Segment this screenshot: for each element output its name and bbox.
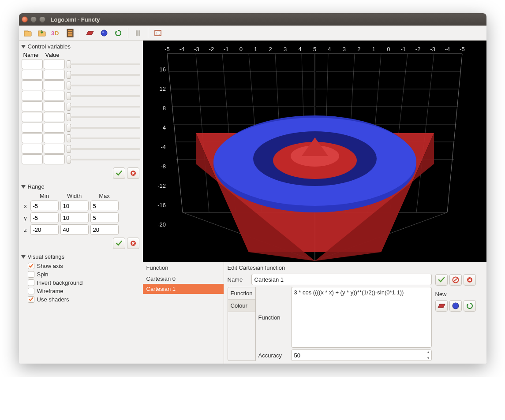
function-list-item[interactable]: Cartesian 0 xyxy=(143,274,224,284)
cv-slider[interactable] xyxy=(66,124,140,132)
range-cancel-button[interactable] xyxy=(127,238,139,249)
checkbox[interactable] xyxy=(28,263,34,269)
edit-panel-title: Edit Cartesian function xyxy=(228,264,432,272)
range-z-min[interactable] xyxy=(30,224,59,235)
accuracy-input[interactable] xyxy=(291,349,432,361)
new-spherical-button[interactable] xyxy=(449,300,462,312)
checkbox[interactable] xyxy=(28,288,34,294)
window-close-button[interactable] xyxy=(22,16,28,22)
cv-value-input[interactable] xyxy=(44,123,65,133)
svg-text:12: 12 xyxy=(159,85,165,92)
cv-value-input[interactable] xyxy=(44,101,65,112)
new-cartesian-button[interactable] xyxy=(435,300,448,312)
export-animation-icon[interactable] xyxy=(64,27,76,39)
cv-name-input[interactable] xyxy=(22,101,43,112)
visual-option[interactable]: Wireframe xyxy=(22,287,140,295)
checkbox[interactable] xyxy=(28,271,34,278)
accuracy-spinner[interactable]: ▴▾ xyxy=(426,350,431,360)
svg-text:-1: -1 xyxy=(224,46,229,52)
edit-apply-button[interactable] xyxy=(435,274,448,286)
cv-name-input[interactable] xyxy=(22,123,43,133)
cv-name-input[interactable] xyxy=(22,144,43,154)
range-z-max[interactable] xyxy=(90,224,119,235)
svg-text:3: 3 xyxy=(342,46,345,52)
range-x-width[interactable] xyxy=(60,201,89,211)
tab-function[interactable]: Function xyxy=(228,287,255,300)
save-icon[interactable] xyxy=(36,27,48,39)
range-y-width[interactable] xyxy=(60,212,89,223)
cv-value-input[interactable] xyxy=(44,112,65,122)
cv-name-input[interactable] xyxy=(22,133,43,143)
cv-slider[interactable] xyxy=(66,60,140,68)
function-name-input[interactable] xyxy=(251,274,432,285)
cv-cancel-button[interactable] xyxy=(127,167,139,179)
cv-slider[interactable] xyxy=(66,82,140,89)
range-x-min[interactable] xyxy=(30,201,59,211)
cv-slider[interactable] xyxy=(66,92,140,100)
cv-value-input[interactable] xyxy=(44,80,65,90)
rotate-icon[interactable] xyxy=(112,27,124,39)
cv-slider[interactable] xyxy=(66,113,140,121)
function-expression-input[interactable] xyxy=(291,287,432,348)
tab-colour[interactable]: Colour xyxy=(228,300,255,312)
cv-name-input[interactable] xyxy=(22,154,43,164)
cv-name-input[interactable] xyxy=(22,70,43,80)
svg-line-80 xyxy=(453,278,458,282)
cv-name-input[interactable] xyxy=(22,80,43,90)
window-minimize-button[interactable] xyxy=(30,16,37,22)
visual-option[interactable]: Use shaders xyxy=(22,295,140,304)
range-z-width[interactable] xyxy=(60,224,89,235)
range-y-max[interactable] xyxy=(90,212,119,223)
cv-slider[interactable] xyxy=(66,71,140,79)
3d-viewport[interactable]: -5-4-3-2-101234543210-1-2-3-4-5 161284-4… xyxy=(143,41,486,262)
cv-value-input[interactable] xyxy=(44,154,65,164)
window-maximize-button[interactable] xyxy=(39,16,45,22)
open-icon[interactable] xyxy=(22,27,34,39)
svg-text:2: 2 xyxy=(269,46,272,52)
cv-name-input[interactable] xyxy=(22,91,43,101)
cv-value-input[interactable] xyxy=(44,70,65,80)
cv-name-input[interactable] xyxy=(22,112,43,122)
visual-settings-header[interactable]: Visual settings xyxy=(22,253,140,261)
sphere-icon[interactable] xyxy=(98,27,110,39)
cv-slider[interactable] xyxy=(66,134,140,142)
checkbox[interactable] xyxy=(28,279,34,286)
cv-value-input[interactable] xyxy=(44,144,65,154)
cv-row xyxy=(22,80,140,90)
cv-row xyxy=(22,133,140,143)
cv-name-input[interactable] xyxy=(22,59,43,69)
cv-slider[interactable] xyxy=(66,145,140,153)
edit-no-entry-button[interactable] xyxy=(449,274,462,286)
visual-option[interactable]: Invert background xyxy=(22,279,140,287)
cv-value-input[interactable] xyxy=(44,133,65,143)
cv-row xyxy=(22,144,140,154)
svg-text:1: 1 xyxy=(372,46,375,52)
name-label: Name xyxy=(228,276,247,283)
checkbox[interactable] xyxy=(28,296,34,303)
new-curve-button[interactable] xyxy=(464,300,476,312)
cv-value-input[interactable] xyxy=(44,91,65,101)
function-list-item[interactable]: Cartesian 1 xyxy=(143,284,224,294)
cv-value-input[interactable] xyxy=(44,59,65,69)
svg-point-8 xyxy=(102,31,104,33)
pause-icon[interactable] xyxy=(132,27,144,39)
svg-text:3: 3 xyxy=(51,30,54,37)
range-apply-button[interactable] xyxy=(113,238,125,249)
new-label: New xyxy=(435,291,483,297)
visual-option[interactable]: Spin xyxy=(22,270,140,279)
svg-rect-4 xyxy=(68,32,72,33)
plane-icon[interactable] xyxy=(84,27,96,39)
cv-slider[interactable] xyxy=(66,156,140,164)
cv-slider[interactable] xyxy=(66,103,140,111)
edit-cancel-button[interactable] xyxy=(464,274,476,286)
export-3d-icon[interactable]: 3D xyxy=(50,27,62,39)
visual-option[interactable]: Show axis xyxy=(22,262,140,270)
fullscreen-icon[interactable] xyxy=(152,27,164,39)
range-header[interactable]: Range xyxy=(22,182,140,191)
cv-row xyxy=(22,123,140,133)
range-x-max[interactable] xyxy=(90,201,119,211)
control-variables-header[interactable]: Control variables xyxy=(22,42,140,51)
cv-apply-button[interactable] xyxy=(113,167,125,179)
left-sidebar: Control variables Name Value Range Min xyxy=(19,41,143,364)
range-y-min[interactable] xyxy=(30,212,59,223)
